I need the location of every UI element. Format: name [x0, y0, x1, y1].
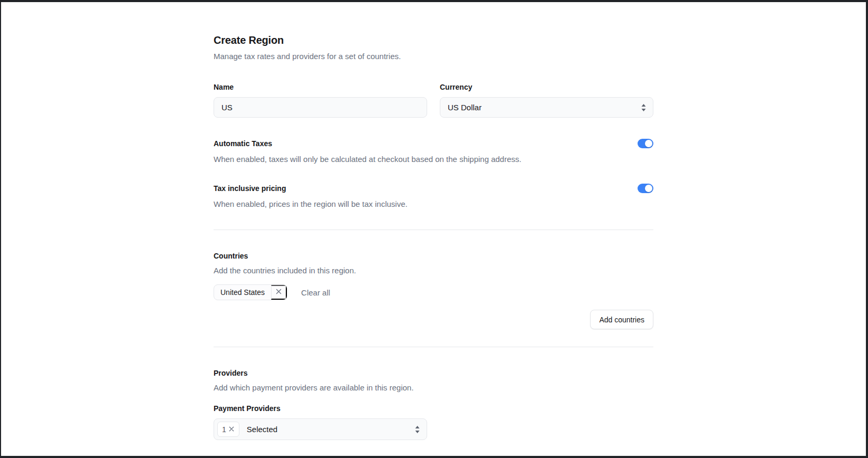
automatic-taxes-description: When enabled, taxes will only be calcula… [214, 154, 653, 165]
selected-count-badge: 1 [217, 422, 239, 437]
create-region-form: Create Region Manage tax rates and provi… [214, 2, 653, 440]
x-icon [275, 288, 282, 297]
section-divider [214, 347, 653, 347]
currency-select[interactable]: US Dollar [440, 97, 653, 118]
selected-countries-row: United States Clear all [214, 284, 653, 300]
currency-label: Currency [440, 82, 653, 92]
name-currency-row: Name Currency US Dollar [214, 82, 653, 118]
chevron-up-down-icon [415, 426, 420, 433]
x-icon [228, 425, 235, 434]
countries-description: Add the countries included in this regio… [214, 265, 653, 276]
tax-inclusive-section: Tax inclusive pricing When enabled, pric… [214, 184, 653, 209]
automatic-taxes-section: Automatic Taxes When enabled, taxes will… [214, 139, 653, 165]
providers-heading: Providers [214, 368, 653, 378]
add-countries-button[interactable]: Add countries [590, 310, 653, 329]
tax-inclusive-description: When enabled, prices in the region will … [214, 198, 653, 209]
providers-description: Add which payment providers are availabl… [214, 382, 653, 393]
toggle-knob [645, 140, 652, 147]
payment-providers-label: Payment Providers [214, 404, 653, 413]
name-input[interactable] [214, 97, 427, 118]
selected-count: 1 [222, 425, 226, 434]
name-label: Name [214, 82, 427, 92]
page-title: Create Region [214, 33, 653, 47]
countries-heading: Countries [214, 251, 653, 261]
country-chip-label: United States [214, 285, 271, 300]
toggle-knob [645, 185, 652, 192]
payment-providers-select[interactable]: 1 Selected [214, 418, 427, 440]
providers-section: Providers Add which payment providers ar… [214, 368, 653, 440]
automatic-taxes-toggle[interactable] [638, 139, 653, 148]
section-divider [214, 230, 653, 230]
currency-field-group: Currency US Dollar [440, 82, 653, 118]
tax-inclusive-toggle[interactable] [638, 184, 653, 193]
remove-country-button[interactable] [271, 285, 287, 300]
name-field-group: Name [214, 82, 427, 118]
clear-selection-button[interactable] [228, 425, 235, 434]
clear-all-link[interactable]: Clear all [301, 288, 330, 297]
tax-inclusive-label: Tax inclusive pricing [214, 184, 286, 193]
automatic-taxes-label: Automatic Taxes [214, 139, 272, 148]
payment-providers-selected-value: Selected [247, 425, 277, 434]
countries-section: Countries Add the countries included in … [214, 251, 653, 329]
chevron-up-down-icon [641, 104, 646, 111]
currency-selected-value: US Dollar [448, 103, 481, 112]
country-chip: United States [214, 284, 287, 300]
page-subtitle: Manage tax rates and providers for a set… [214, 51, 653, 62]
